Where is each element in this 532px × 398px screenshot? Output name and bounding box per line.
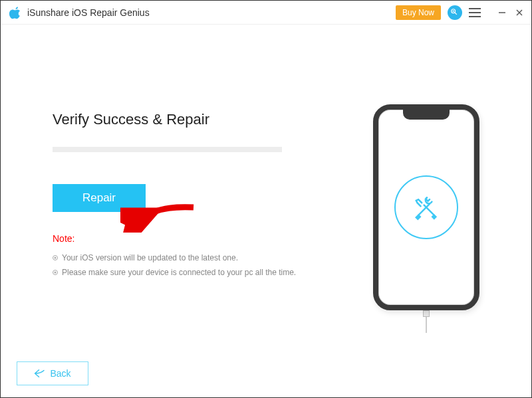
titlebar: iSunshare iOS Repair Genius Buy Now <box>1 1 531 25</box>
back-label: Back <box>50 368 70 379</box>
tools-icon <box>394 175 458 239</box>
content-area: Verify Success & Repair Repair Note: You… <box>1 25 531 397</box>
close-button[interactable] <box>514 7 525 18</box>
back-button[interactable]: Back <box>17 361 88 385</box>
progress-bar <box>53 147 282 152</box>
back-arrow-icon <box>34 369 46 378</box>
page-title: Verify Success & Repair <box>53 111 345 128</box>
minimize-button[interactable] <box>497 7 507 18</box>
note-line: Your iOS version will be updated to the … <box>53 250 345 265</box>
phone-frame <box>373 104 479 310</box>
phone-cable-icon <box>422 310 430 333</box>
bullet-icon <box>53 255 58 260</box>
app-window: iSunshare iOS Repair Genius Buy Now Veri… <box>0 0 532 398</box>
menu-button[interactable] <box>469 8 481 17</box>
repair-button[interactable]: Repair <box>53 184 146 212</box>
note-title: Note: <box>53 233 345 244</box>
app-title: iSunshare iOS Repair Genius <box>27 7 150 18</box>
bullet-icon <box>53 270 58 275</box>
app-logo-icon <box>9 6 22 19</box>
main-panel: Verify Success & Repair Repair Note: You… <box>53 111 345 280</box>
phone-illustration <box>373 104 479 333</box>
search-key-button[interactable] <box>448 5 462 20</box>
note-text: Your iOS version will be updated to the … <box>62 250 238 265</box>
phone-notch <box>403 109 450 120</box>
note-text: Please make sure your device is connecte… <box>62 265 296 280</box>
note-line: Please make sure your device is connecte… <box>53 265 345 280</box>
buy-now-button[interactable]: Buy Now <box>396 5 441 20</box>
svg-point-1 <box>453 10 454 11</box>
